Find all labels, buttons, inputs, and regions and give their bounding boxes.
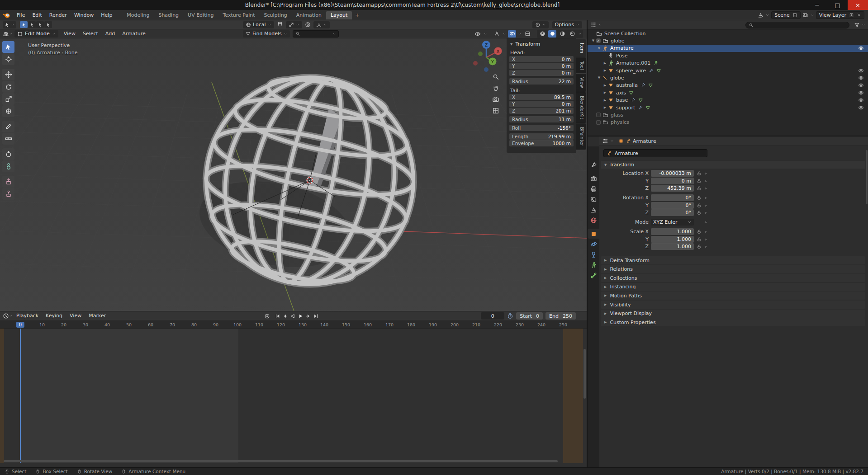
outliner-row-pose[interactable]: Pose	[588, 52, 868, 59]
npanel-field-radius[interactable]: Radius11 m	[509, 116, 574, 122]
gizmo-negative-z[interactable]	[484, 67, 489, 72]
lockOpen-icon[interactable]	[697, 244, 702, 249]
wrench-icon[interactable]	[631, 98, 636, 103]
lockOpen-icon[interactable]	[697, 195, 702, 200]
timeline-ruler[interactable]: 0 10203040506070809010011012013014015016…	[0, 321, 587, 329]
eye-icon[interactable]	[858, 97, 864, 103]
camera-view-icon[interactable]	[492, 96, 499, 103]
armatureMan-icon[interactable]	[653, 61, 658, 66]
playhead[interactable]	[20, 329, 21, 463]
transform-panel-header[interactable]: ▼ Transform	[507, 39, 576, 49]
transform-panel-header[interactable]: ▼ Transform	[601, 161, 865, 169]
navigation-gizmo[interactable]: Z X Y	[466, 38, 507, 79]
eye-icon[interactable]	[858, 82, 864, 88]
options-dropdown[interactable]: Options	[552, 21, 582, 28]
scene-browse-icon[interactable]	[758, 12, 764, 18]
meshData-icon[interactable]	[648, 83, 653, 88]
dotKey-icon[interactable]	[704, 204, 707, 207]
shading-wireframe-button[interactable]	[538, 30, 546, 38]
properties-tab-scene[interactable]	[588, 205, 599, 215]
previous-keyframe-button[interactable]	[282, 313, 289, 320]
number-field-z[interactable]: 0°	[651, 209, 694, 216]
outliner-row-scene-collection[interactable]: Scene Collection	[588, 30, 868, 37]
npanel-field-z[interactable]: Z0 m	[509, 70, 574, 76]
sidebar-tab-view[interactable]: View	[576, 74, 586, 92]
select-mode-new[interactable]	[20, 21, 28, 28]
workspace-tab-sculpting[interactable]: Sculpting	[259, 11, 291, 19]
panel-custom-properties[interactable]: ▶Custom Properties	[601, 318, 865, 326]
close-button[interactable]: ×	[848, 0, 868, 10]
active-tool-button[interactable]	[3, 21, 16, 28]
overlays-toggle[interactable]	[508, 30, 516, 38]
properties-tab-output[interactable]	[588, 184, 599, 194]
lockOpen-icon[interactable]	[697, 203, 702, 208]
outliner-row-armature-001[interactable]: ▶Armature.001	[588, 60, 868, 67]
dotKey-icon[interactable]	[704, 211, 707, 215]
lockOpen-icon[interactable]	[697, 237, 702, 242]
next-keyframe-button[interactable]	[305, 313, 312, 320]
sidebar-tab-blenderkit[interactable]: BlenderKit	[576, 92, 586, 123]
panel-delta-transform[interactable]: ▶Delta Transform	[601, 256, 865, 264]
disclosure-toggle[interactable]: ▶	[602, 84, 608, 87]
disclosure-toggle[interactable]: ▶	[602, 99, 608, 102]
tool-measure[interactable]	[2, 133, 14, 145]
sidebar-tab-bpainter[interactable]: BPainter	[576, 123, 586, 150]
snap-toggle[interactable]	[277, 22, 283, 28]
jump-to-end-button[interactable]	[313, 313, 319, 320]
lockOpen-icon[interactable]	[697, 229, 702, 234]
chevron-down-icon[interactable]	[9, 32, 13, 36]
number-field-location-x[interactable]: -0.000033 m	[651, 170, 694, 177]
blender-logo-icon[interactable]	[3, 11, 10, 19]
eye-icon[interactable]	[858, 90, 864, 96]
gizmo-negative-x[interactable]	[473, 61, 478, 66]
chevron-down-icon[interactable]	[9, 314, 13, 318]
disclosure-toggle[interactable]: ▶	[602, 91, 608, 94]
menu-file[interactable]: File	[13, 11, 28, 19]
proportional-falloff-select[interactable]	[313, 21, 330, 28]
disclosure-toggle[interactable]: ▼	[596, 76, 602, 80]
wrench-icon[interactable]	[649, 68, 654, 73]
end-frame-field[interactable]: End 250	[545, 312, 576, 320]
chevron-down-icon[interactable]	[610, 139, 614, 143]
eye-icon[interactable]	[858, 68, 864, 74]
blenderkit-find-models-dropdown[interactable]: Find Models	[243, 30, 290, 38]
tool-extrude[interactable]	[2, 176, 14, 188]
wrench-icon[interactable]	[640, 83, 645, 88]
viewport-menu-view[interactable]: View	[60, 29, 79, 38]
outliner-row-australia[interactable]: ▶australia	[588, 82, 868, 89]
chevron-down-icon[interactable]	[503, 32, 506, 36]
viewport-menu-armature[interactable]: Armature	[119, 29, 149, 38]
new-scene-icon[interactable]	[792, 13, 797, 18]
outliner-row-physics[interactable]: physics	[588, 119, 868, 126]
new-view-layer-icon[interactable]	[849, 13, 854, 18]
outliner-row-base[interactable]: ▶base	[588, 97, 868, 104]
mode-select[interactable]: Edit Mode	[14, 30, 58, 38]
view-layer-browse-icon[interactable]	[802, 12, 808, 18]
outliner-row-support[interactable]: ▶support	[588, 104, 868, 111]
lockOpen-icon[interactable]	[697, 210, 702, 215]
timeline-vertical-scrollbar[interactable]	[583, 349, 586, 399]
number-field-y[interactable]: 0°	[651, 202, 694, 209]
outliner-row-globe[interactable]: ▼globe	[588, 74, 868, 81]
disclosure-toggle[interactable]: ▼	[596, 47, 602, 50]
maximize-button[interactable]: □	[827, 0, 848, 10]
npanel-field-y[interactable]: Y0 m	[509, 101, 574, 107]
properties-tab-physics[interactable]	[588, 239, 599, 249]
workspace-tab-shading[interactable]: Shading	[154, 11, 183, 19]
current-frame-indicator[interactable]: 0	[16, 322, 24, 328]
workspace-tab-layout[interactable]: Layout	[326, 11, 352, 19]
number-field-z[interactable]: 1.000	[651, 243, 694, 250]
menu-window[interactable]: Window	[71, 11, 97, 19]
gizmo-negative-y[interactable]	[478, 52, 483, 56]
start-frame-field[interactable]: Start 0	[516, 312, 543, 320]
sidebar-tab-tool[interactable]: Tool	[576, 57, 586, 73]
properties-tab-constraints[interactable]	[588, 249, 599, 259]
select-mode-intersect[interactable]	[44, 21, 52, 28]
jump-to-start-button[interactable]	[274, 313, 281, 320]
tool-scale[interactable]	[2, 93, 14, 105]
snap-target-select[interactable]	[286, 21, 302, 28]
properties-tab-object[interactable]	[588, 229, 599, 239]
auto-keying-button[interactable]	[264, 313, 270, 320]
npanel-field-envelope[interactable]: Envelope1000 m	[509, 140, 574, 146]
toggle-projection-icon[interactable]	[492, 107, 499, 114]
